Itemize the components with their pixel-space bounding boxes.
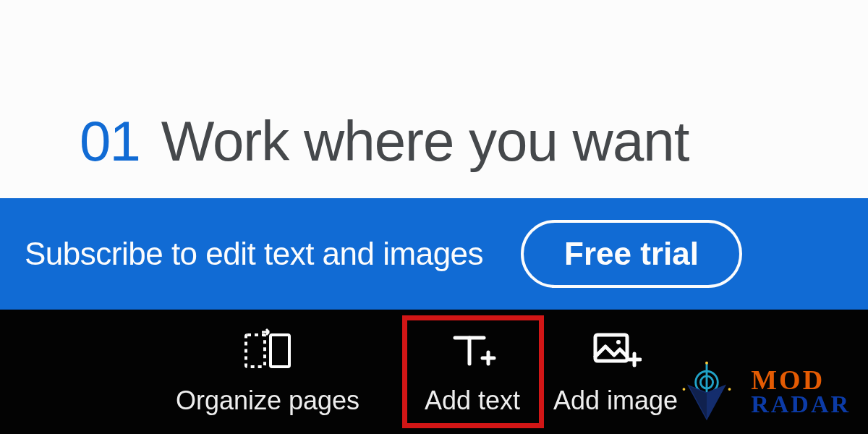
document-preview: 01 Work where you want: [0, 0, 868, 198]
svg-rect-2: [595, 335, 627, 361]
add-text-icon: [446, 328, 498, 377]
organize-pages-label: Organize pages: [176, 386, 359, 416]
organize-pages-icon: [242, 328, 294, 377]
svg-rect-1: [246, 335, 265, 367]
section-number: 01: [80, 109, 140, 174]
section-title: Work where you want: [161, 109, 689, 174]
add-image-label: Add image: [553, 386, 678, 416]
add-text-button[interactable]: Add text: [405, 310, 540, 434]
add-text-label: Add text: [425, 386, 520, 416]
subscribe-banner-text: Subscribe to edit text and images: [25, 236, 483, 272]
document-heading: 01 Work where you want: [80, 109, 868, 174]
free-trial-button[interactable]: Free trial: [521, 220, 742, 288]
add-image-button[interactable]: Add image: [540, 310, 692, 434]
svg-point-3: [616, 340, 621, 344]
edit-toolbar: Organize pages Add text: [0, 310, 868, 434]
subscribe-banner: Subscribe to edit text and images Free t…: [0, 198, 868, 310]
add-image-icon: [590, 328, 642, 377]
toolbar-spacer: [0, 310, 130, 434]
svg-rect-0: [271, 335, 289, 367]
organize-pages-button[interactable]: Organize pages: [130, 310, 405, 434]
